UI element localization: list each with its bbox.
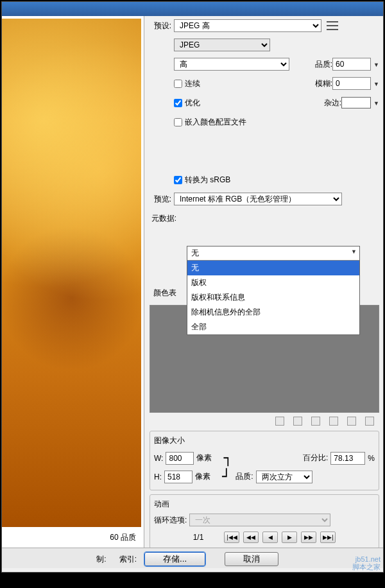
convert-srgb-checkbox[interactable] (174, 176, 182, 184)
optimize-checkbox[interactable] (174, 99, 182, 107)
control-label: 制: (96, 554, 106, 565)
metadata-option-copyright[interactable]: 版权 (187, 275, 359, 290)
titlebar (2, 2, 383, 16)
matte-dropdown-icon[interactable] (371, 98, 379, 107)
cancel-button[interactable]: 取消 (225, 552, 278, 566)
page-indicator: 1/1 (193, 533, 204, 542)
link-bracket-icon-2: ┘ (222, 469, 230, 485)
matte-label: 杂边: (324, 98, 341, 108)
interp-quality-label: 品质: (235, 471, 253, 482)
animation-title: 动画 (154, 499, 375, 510)
ct-icon-5[interactable] (347, 417, 356, 426)
embed-profile-label: 嵌入颜色配置文件 (185, 117, 246, 128)
metadata-option-except-camera[interactable]: 除相机信息外的全部 (187, 305, 359, 320)
metadata-label: 元数据: (150, 213, 179, 224)
last-frame-button[interactable]: ▶▶| (320, 532, 336, 543)
metadata-select-display[interactable]: 无 (187, 246, 359, 261)
preview-quality-info: 60 品质 (2, 527, 144, 548)
next-frame-button[interactable]: ▶▶ (301, 532, 316, 543)
format-select[interactable]: JPEG (174, 39, 270, 51)
percent-suffix: % (368, 454, 375, 463)
play-back-button[interactable]: ◀ (262, 532, 278, 543)
quality-label: 品质: (315, 59, 332, 70)
metadata-option-copyright-contact[interactable]: 版权和联系信息 (187, 290, 359, 305)
ct-icon-1[interactable] (275, 417, 284, 426)
animation-section: 动画 循环选项: 一次 1/1 |◀◀ ◀◀ ◀ ▶ ▶▶ ▶▶| (150, 494, 379, 548)
progressive-label: 连续 (185, 78, 200, 89)
progressive-checkbox[interactable] (174, 80, 182, 88)
play-button[interactable]: ▶ (282, 532, 297, 543)
preset-select[interactable]: JPEG 高 (174, 19, 321, 32)
image-size-section: 图像大小 W: 像素 ┐ 百分比: % H: 像素 ┘ 品质: (150, 431, 379, 490)
ct-icon-2[interactable] (293, 417, 302, 426)
save-button[interactable]: 存储... (144, 552, 205, 566)
metadata-option-none[interactable]: 无 (187, 261, 359, 275)
image-size-title: 图像大小 (154, 435, 375, 446)
blur-stepper-icon[interactable] (371, 79, 379, 88)
preview-select[interactable]: Internet 标准 RGB（无色彩管理） (174, 193, 342, 205)
first-frame-button[interactable]: |◀◀ (224, 532, 239, 543)
interpolation-select[interactable]: 两次立方 (256, 471, 312, 483)
ct-icon-6[interactable] (365, 417, 374, 426)
optimize-label: 优化 (185, 98, 200, 108)
width-unit: 像素 (196, 453, 212, 463)
link-bracket-icon: ┐ (223, 450, 232, 466)
height-label: H: (154, 472, 162, 481)
matte-colorwell[interactable] (341, 97, 371, 108)
blur-label: 模糊: (315, 78, 332, 89)
preview-image (2, 19, 141, 527)
color-table-toolbar (150, 413, 379, 427)
width-label: W: (154, 454, 163, 463)
embed-profile-checkbox[interactable] (174, 118, 182, 126)
height-input[interactable] (164, 471, 193, 483)
bottom-bar: 制: 索引: 存储... 取消 (2, 548, 383, 568)
watermark: jb51.net 脚本之家 (352, 555, 381, 571)
color-table-label: 颜色表 (150, 288, 179, 298)
prev-frame-button[interactable]: ◀◀ (243, 532, 259, 543)
percent-label: 百分比: (303, 453, 328, 463)
loop-select[interactable]: 一次 (189, 514, 330, 526)
ct-icon-3[interactable] (311, 417, 320, 426)
quality-input[interactable] (332, 58, 371, 71)
flyout-menu-icon[interactable] (327, 21, 338, 30)
metadata-dropdown[interactable]: 无 无 版权 版权和联系信息 除相机信息外的全部 全部 (187, 246, 360, 335)
preview-label: 预览: (150, 194, 174, 205)
quality-stepper-icon[interactable] (371, 60, 379, 69)
preset-label: 预设: (150, 21, 174, 31)
loop-label: 循环选项: (154, 515, 187, 526)
ct-icon-4[interactable] (329, 417, 338, 426)
width-input[interactable] (166, 452, 194, 465)
preview-pane: 60 品质 (2, 16, 144, 548)
index-label: 索引: (119, 554, 137, 565)
quality-name-select[interactable]: 高 (174, 58, 289, 71)
percent-input[interactable] (330, 452, 365, 465)
convert-srgb-label: 转换为 sRGB (185, 175, 230, 186)
blur-input[interactable] (332, 77, 371, 90)
height-unit: 像素 (195, 471, 210, 482)
metadata-option-all[interactable]: 全部 (187, 320, 359, 334)
